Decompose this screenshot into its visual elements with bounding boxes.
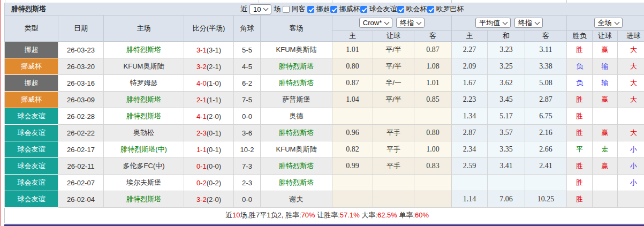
handicap-away-odds-cell [414,175,452,191]
handicap-home-odds-cell: 0.80 [332,58,373,75]
corner-cell: 4-5 [234,58,261,75]
match-row: 挪威杯26-03-09腓特烈斯塔2-1(1-1)7-5萨普斯堡1.04平/半0.… [5,92,644,108]
chevron-down-icon [384,19,390,25]
subheader-ah-line: 让球 [373,31,414,42]
handicap-away-odds-cell: 1.00 [414,141,452,158]
header-type: 类型 [5,16,58,42]
league-filter-3[interactable]: 欧会杯 [397,4,427,14]
home-team-cell: 特罗姆瑟 [104,75,184,92]
stats-summary-segment: 57.1% [340,211,360,219]
subheader-result: 胜负 [567,31,593,42]
handicap-final-select[interactable]: 终指 [396,18,425,28]
handicap-line-cell: 平手 [373,141,414,158]
league-filter-1[interactable]: 挪威杯 [330,4,360,14]
europe-final-select-value: 终指 [518,18,532,28]
away-team-cell: 腓特烈斯塔 [261,125,332,141]
corner-cell: 10-2 [234,141,261,158]
league-filter-4[interactable]: 欧罗巴杯 [427,4,464,14]
europe-final-select[interactable]: 终指 [514,18,543,28]
handicap-away-odds-cell: 1.08 [414,58,452,75]
league-filter-2[interactable]: 球会友谊 [360,4,397,14]
handicap-away-odds-cell: 0.80 [414,125,452,141]
match-row: 挪超26-03-16特罗姆瑟4-0(1-0)6-2腓特烈斯塔0.87半/一1.0… [5,75,644,92]
handicap-result-cell [593,108,618,125]
europe-draw-odds-cell: 7.06 [488,191,525,208]
fulltime-score: 4-0 [196,79,207,87]
subheader-ah-home: 主 [332,31,373,42]
league-filter-0[interactable]: 挪超 [307,4,330,14]
match-table: 类型 日期 主场 比分(半场) 角球 客场 Crow* 终指 [4,15,644,223]
handicap-line-cell: 平/半 [373,42,414,58]
left-accent-line [0,0,1,226]
away-team-cell: 腓特烈斯塔 [261,175,332,191]
team-title: 腓特烈斯塔 [11,3,46,15]
handicap-result-cell: 赢 [593,158,618,175]
handicap-line-cell: 平/半 [373,58,414,75]
handicap-away-odds-cell: 0.85 [414,92,452,108]
europe-home-odds-cell: 2.27 [452,42,488,58]
handicap-line-cell: 平手 [373,125,414,141]
type-badge-cell: 球会友谊 [5,108,58,125]
date-cell: 26-03-20 [58,58,104,75]
score-cell: 0-1(0-0) [184,158,234,175]
date-cell: 26-02-28 [58,108,104,125]
europe-avg-select[interactable]: 平均值 [475,18,511,28]
header-score: 比分(半场) [184,16,234,42]
goals-result-cell: 小 [618,141,644,158]
europe-draw-odds-cell: 3.41 [488,158,525,175]
scope-select-group: 全场 [567,16,644,31]
scope-select-value: 全场 [598,18,612,28]
stats-summary-segment: 10 [232,211,240,219]
league-filters: 挪超挪威杯球会友谊欧会杯欧罗巴杯 [307,4,464,14]
result-cell: 胜 [567,125,593,141]
away-team-cell: 奥德 [261,108,332,125]
type-badge-cell: 挪威杯 [5,92,58,108]
same-away-filter[interactable]: 同客 [283,4,305,14]
europe-avg-select-value: 平均值 [479,18,500,28]
league-checkbox[interactable] [427,6,434,13]
league-checkbox[interactable] [330,6,337,13]
handicap-final-select-value: 终指 [400,18,414,28]
europe-home-odds-cell [452,175,488,191]
bookmaker-select[interactable]: Crow* [359,18,392,28]
scope-select[interactable]: 全场 [594,18,623,28]
goals-result-cell: 大 [618,42,644,58]
europe-draw-odds-cell: 3.57 [488,125,525,141]
europe-away-odds-cell: 6.75 [525,108,567,125]
type-badge-cell: 球会友谊 [5,125,58,141]
europe-away-odds-cell: 3.11 [525,42,567,58]
date-cell: 26-02-04 [58,191,104,208]
away-team-cell: 腓特烈斯塔 [261,75,332,92]
handicap-result-cell [593,175,618,191]
home-team-cell: KFUM奥斯陆 [104,58,184,75]
score-cell: 4-0(1-0) [184,75,234,92]
fulltime-score: 1-1 [196,146,207,154]
match-row: 球会友谊26-02-11多伦多FC(中)0-1(0-0)7-3腓特烈斯塔0.99… [5,158,644,175]
score-cell: 2-1(1-1) [184,92,234,108]
handicap-away-odds-cell: 0.87 [414,42,452,58]
home-team-cell: 腓特烈斯塔 [104,92,184,108]
europe-draw-odds-cell [488,175,525,191]
corner-cell: 0-0 [234,191,261,208]
type-badge-cell: 球会友谊 [5,191,58,208]
handicap-select-group: Crow* 终指 [332,16,452,31]
same-away-label: 同客 [291,4,305,14]
date-cell: 26-02-22 [58,125,104,141]
recent-count-select[interactable]: 10 [249,4,271,14]
league-checkbox[interactable] [307,6,314,13]
league-label: 挪超 [316,4,330,14]
europe-home-odds-cell: 2.34 [452,141,488,158]
halftime-score: (2-1) [207,63,221,71]
type-badge-cell: 球会友谊 [5,141,58,158]
europe-away-odds-cell: 2.41 [525,158,567,175]
handicap-home-odds-cell: 0.99 [332,158,373,175]
games-label: 场 [274,4,281,14]
date-cell: 26-03-16 [58,75,104,92]
handicap-result-cell: 赢 [593,42,618,58]
same-away-checkbox[interactable] [283,6,290,13]
fulltime-score: 3-2 [196,195,207,204]
away-team-cell: 谢夫 [261,191,332,208]
league-checkbox[interactable] [397,6,404,13]
league-checkbox[interactable] [360,6,367,13]
fulltime-score: 0-1 [196,162,207,170]
